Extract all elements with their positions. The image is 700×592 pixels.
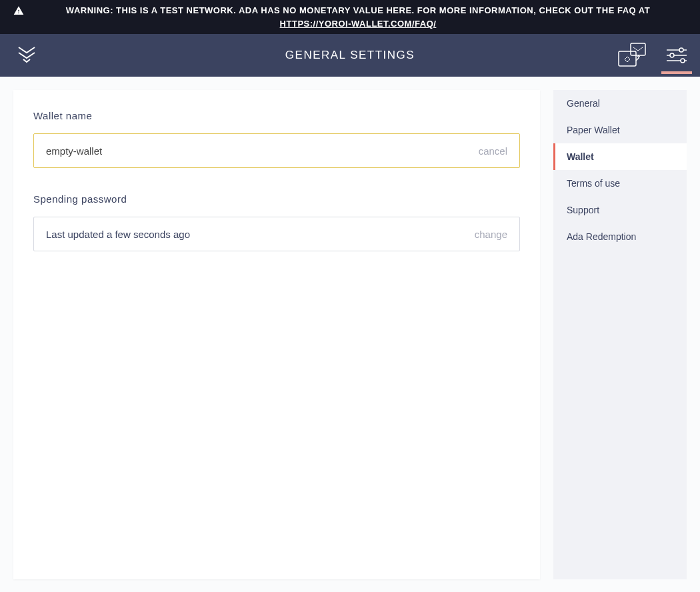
cancel-button[interactable]: cancel xyxy=(479,145,507,157)
wallets-icon[interactable] xyxy=(617,42,647,69)
sidebar-item-label: Support xyxy=(567,205,599,215)
svg-point-7 xyxy=(681,59,685,63)
sidebar-item-paper-wallet[interactable]: Paper Wallet xyxy=(553,117,687,143)
warning-message: WARNING: THIS IS A TEST NETWORK. ADA HAS… xyxy=(66,5,650,15)
sidebar-item-label: Wallet xyxy=(567,151,594,162)
warning-banner: WARNING: THIS IS A TEST NETWORK. ADA HAS… xyxy=(0,0,700,34)
change-button[interactable]: change xyxy=(475,229,507,240)
spending-password-row: Last updated a few seconds ago change xyxy=(33,217,520,251)
sidebar-item-label: General xyxy=(567,98,600,109)
warning-icon xyxy=(13,5,24,20)
warning-text: WARNING: THIS IS A TEST NETWORK. ADA HAS… xyxy=(29,4,687,30)
sidebar-item-ada-redemption[interactable]: Ada Redemption xyxy=(553,223,687,250)
header-actions xyxy=(617,42,687,69)
settings-sidebar: General Paper Wallet Wallet Terms of use… xyxy=(553,90,687,579)
spending-password-label: Spending password xyxy=(33,193,520,205)
wallet-name-input[interactable] xyxy=(46,145,479,157)
sidebar-item-label: Terms of use xyxy=(567,178,620,189)
faq-link[interactable]: HTTPS://YOROI-WALLET.COM/FAQ/ xyxy=(280,19,437,29)
sidebar-item-support[interactable]: Support xyxy=(553,197,687,223)
page-title: GENERAL SETTINGS xyxy=(285,49,415,62)
header: GENERAL SETTINGS xyxy=(0,34,700,77)
password-status-text: Last updated a few seconds ago xyxy=(46,229,190,240)
svg-point-3 xyxy=(679,48,683,52)
settings-icon[interactable] xyxy=(667,47,687,63)
sidebar-item-general[interactable]: General xyxy=(553,90,687,117)
content: Wallet name cancel Spending password Las… xyxy=(0,77,700,592)
svg-point-5 xyxy=(670,53,674,57)
sidebar-item-label: Paper Wallet xyxy=(567,125,620,135)
main-panel: Wallet name cancel Spending password Las… xyxy=(13,90,540,579)
wallet-name-row: cancel xyxy=(33,133,520,168)
sidebar-item-label: Ada Redemption xyxy=(567,231,636,242)
svg-rect-1 xyxy=(631,43,645,55)
sidebar-item-terms-of-use[interactable]: Terms of use xyxy=(553,170,687,197)
app-logo-icon[interactable] xyxy=(16,45,37,66)
wallet-name-label: Wallet name xyxy=(33,110,520,121)
sidebar-item-wallet[interactable]: Wallet xyxy=(553,143,687,170)
svg-rect-0 xyxy=(619,51,636,66)
